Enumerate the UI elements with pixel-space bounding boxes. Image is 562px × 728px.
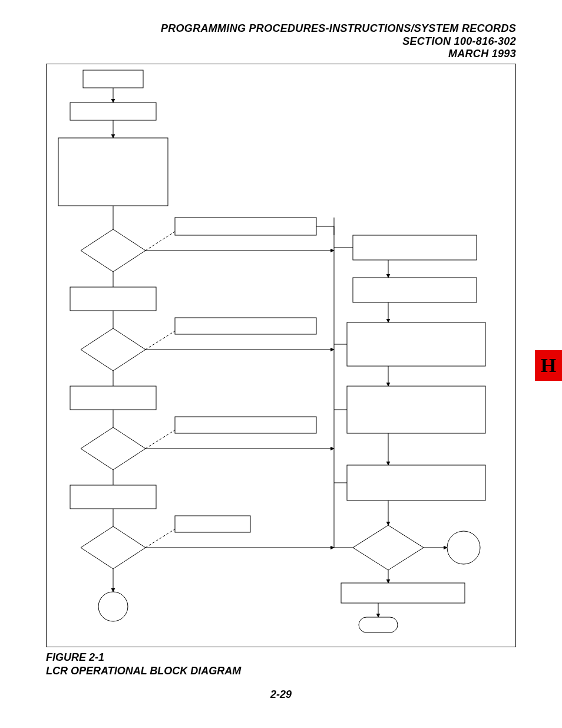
node-r1 <box>353 235 477 260</box>
node-r6 <box>341 583 465 603</box>
node-a2 <box>175 318 316 334</box>
node-a3 <box>175 417 316 433</box>
node-rd <box>353 525 424 570</box>
node-rc <box>447 531 480 564</box>
node-r5 <box>347 465 485 500</box>
header-section: SECTION 100-816-302 <box>161 35 516 48</box>
node-d4 <box>81 526 146 569</box>
node-d3 <box>81 427 146 470</box>
node-n5 <box>70 386 156 410</box>
node-d2 <box>81 328 146 371</box>
header-date: MARCH 1993 <box>161 48 516 61</box>
page-header: PROGRAMMING PROCEDURES-INSTRUCTIONS/SYST… <box>161 22 516 61</box>
page-number: 2-29 <box>0 689 562 701</box>
figure-caption: FIGURE 2-1 LCR OPERATIONAL BLOCK DIAGRAM <box>46 651 241 677</box>
node-n1 <box>83 70 143 88</box>
node-n4 <box>70 287 156 311</box>
node-d1 <box>81 229 146 272</box>
node-n6 <box>70 485 156 509</box>
section-tab: H <box>535 350 562 381</box>
node-r2 <box>353 278 477 302</box>
flowchart-svg <box>47 64 515 647</box>
edge-a1-bus <box>316 226 334 235</box>
node-a4 <box>175 516 250 532</box>
node-rt <box>359 617 398 633</box>
node-a1 <box>175 218 316 235</box>
figure-frame <box>46 64 516 647</box>
node-n3 <box>58 138 168 206</box>
node-c1 <box>98 592 128 621</box>
caption-title: LCR OPERATIONAL BLOCK DIAGRAM <box>46 664 241 678</box>
node-n2 <box>70 103 156 120</box>
node-r4 <box>347 386 485 433</box>
node-r3 <box>347 322 485 366</box>
header-title: PROGRAMMING PROCEDURES-INSTRUCTIONS/SYST… <box>161 22 516 35</box>
caption-number: FIGURE 2-1 <box>46 651 241 664</box>
